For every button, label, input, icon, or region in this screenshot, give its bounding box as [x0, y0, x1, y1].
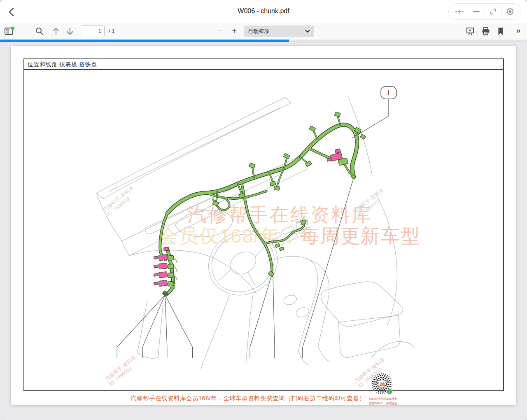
more-options-button[interactable] [451, 4, 468, 19]
diagram-frame: 位置和线路 仪表板 搭铁点 [23, 58, 504, 391]
previous-page-button[interactable] [51, 26, 61, 36]
qr-code: ♪ [371, 373, 394, 397]
presentation-mode-button[interactable] [465, 26, 476, 37]
watermark-large: 汽修帮手在线资料库 会员仅168/年，每周更新车型 [159, 204, 421, 247]
svg-text:汽修帮手在线资料库: 汽修帮手在线资料库 [188, 204, 372, 225]
zoom-level-value: 自动缩放 [248, 28, 269, 35]
viewer-area: 位置和线路 仪表板 搭铁点 [0, 42, 527, 420]
sidebar-toggle-icon [4, 26, 15, 36]
pdf-page: 位置和线路 仪表板 搭铁点 [11, 46, 516, 405]
page-number-input[interactable] [81, 26, 105, 36]
armrest-top [321, 282, 403, 327]
divider [509, 27, 509, 35]
footer-promo-text: 汽修帮手在线资料库会员168/年，全球车型资料免费查询（扫码右边二维码即可查看） [131, 394, 365, 402]
connector-stack-left [154, 247, 177, 289]
zoom-level-select[interactable]: 自动缩放 [244, 26, 314, 37]
arrow-up-icon [52, 27, 60, 36]
loading-progress-fill [0, 40, 289, 42]
window-controls [448, 3, 521, 20]
callout-label: I [388, 89, 389, 96]
maximize-button[interactable] [485, 4, 501, 19]
sidebar-toggle-button[interactable] [3, 26, 16, 37]
arrow-down-icon [66, 27, 74, 36]
loading-progress-bar [0, 40, 527, 42]
next-page-button[interactable] [65, 26, 75, 36]
dots-icon [455, 9, 464, 14]
restore-icon [489, 7, 497, 16]
titlebar: W006 - chunk.pdf [0, 0, 527, 23]
divider [227, 27, 227, 35]
chevron-down-icon [305, 30, 310, 33]
record-icon [506, 7, 514, 16]
minimize-button[interactable] [468, 4, 485, 19]
print-icon [481, 27, 490, 36]
qr-code-icon: ♪ [371, 373, 394, 397]
qr-caption: 扫码查询全球车型资料 仅需168/年，每周更新 [364, 397, 403, 406]
diagram-header-tabs: 位置和线路 仪表板 搭铁点 [24, 59, 503, 70]
zoom-in-button[interactable]: + [228, 25, 240, 37]
pdf-viewer-window: W006 - chunk.pdf [0, 0, 527, 420]
search-button[interactable] [35, 26, 44, 36]
divider [63, 27, 63, 35]
page-count-label: / 1 [109, 28, 114, 34]
minimize-icon [473, 10, 480, 13]
bookmark-icon [497, 27, 504, 35]
print-button[interactable] [480, 26, 491, 37]
sidebar-status-dot [11, 27, 15, 30]
record-button[interactable] [502, 4, 518, 19]
callout-badge: I [381, 86, 396, 99]
wiring-diagram: 汽修帮手在线资料库 会员仅168/年，每周更新车型 汽修帮手-资料库ID: 74… [24, 70, 503, 390]
bookmark-button[interactable] [496, 26, 506, 37]
svg-text:♪: ♪ [389, 390, 391, 394]
search-icon [35, 27, 44, 36]
pdf-toolbar: / 1 − + 自动缩放 [0, 23, 527, 39]
zoom-out-button[interactable]: − [214, 25, 226, 37]
window-title: W006 - chunk.pdf [0, 7, 527, 15]
more-tools-button[interactable]: » [513, 25, 524, 36]
presentation-icon [466, 27, 475, 36]
